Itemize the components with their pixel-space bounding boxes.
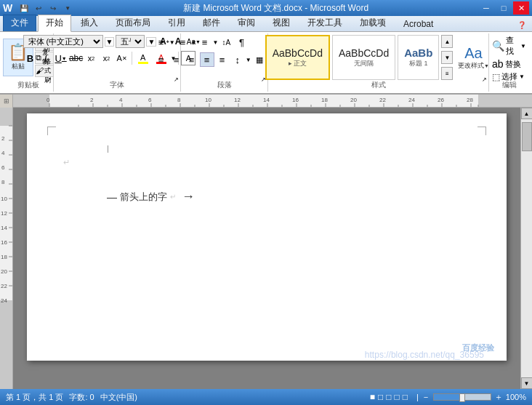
style-normal-button[interactable]: AaBbCcDd ▸ 正文 [265,35,330,80]
tab-file[interactable]: 文件 [3,15,36,31]
shading-icon: ▦ [256,55,263,65]
line-spacing-dropdown[interactable]: ▼ [246,57,251,63]
tab-mail[interactable]: 邮件 [195,15,228,31]
view-normal-icon[interactable]: ■ [370,392,375,402]
replace-icon: ab [492,58,504,70]
bullets-button[interactable]: ≡ [154,35,169,49]
word-count: 字数: 0 [69,392,94,403]
styles-more-button[interactable]: ≡ [441,67,453,80]
scroll-thumb[interactable] [522,122,532,151]
svg-text:2: 2 [90,97,94,103]
help-icon[interactable]: ❓ [517,21,526,29]
style-no-space-button[interactable]: AaBbCcDd 无间隔 [332,35,395,80]
bullets-icon: ≡ [158,37,164,48]
numbering-dropdown[interactable]: ▼ [191,39,197,46]
align-center-button[interactable]: ≡ [169,52,184,67]
svg-text:26: 26 [438,97,444,103]
font-name-select[interactable]: 宋体 (中文正文) [23,35,103,48]
select-dropdown[interactable]: ▼ [519,73,525,80]
cursor-mark: | [107,144,109,153]
redo-icon[interactable]: ↪ [47,2,59,14]
svg-text:10: 10 [205,97,211,103]
zoom-in-button[interactable]: ＋ [494,391,503,404]
strikethrough-button[interactable]: abc [69,51,84,65]
document-canvas[interactable]: | ↵ — 箭头上的字 ↵ → https://blog.csdn.net/qq… [13,108,520,389]
style-heading1-button[interactable]: AaBb 标题 1 [398,35,439,80]
maximize-button[interactable]: □ [496,1,512,15]
zoom-level[interactable]: 100% [506,393,526,401]
outline-button[interactable]: ≡ [197,35,211,49]
svg-text:16: 16 [1,239,7,246]
scroll-up-button[interactable]: ▲ [521,108,533,119]
styles-expand-icon[interactable]: ↗ [482,76,487,83]
ruler-scale-svg: 0 2 4 6 8 10 12 14 16 [13,95,532,108]
numbering-button[interactable]: ≡ [176,35,190,49]
styles-scroll-down-button[interactable]: ▼ [441,51,453,64]
ribbon-tab-bar: 文件 开始 插入 页面布局 引用 邮件 审阅 视图 开发工具 加载项 Acrob… [0,16,532,32]
style-normal-label: ▸ 正文 [289,59,307,68]
italic-button[interactable]: I [39,51,53,65]
ribbon-help-area: ❓ [517,21,529,31]
close-button[interactable]: ✕ [513,1,529,15]
find-button[interactable]: 🔍 查找 ▼ [492,35,526,57]
outline-dropdown[interactable]: ▼ [212,39,218,46]
tab-review[interactable]: 审阅 [230,15,263,31]
replace-button[interactable]: ab 替换 [492,58,521,70]
document-page[interactable]: | ↵ — 箭头上的字 ↵ → [27,113,507,361]
minimize-button[interactable]: ─ [478,1,494,15]
justify-button[interactable]: ≡ [200,52,214,67]
vertical-scrollbar: ▲ ▼ [520,108,532,389]
paragraph-label: 段落 [181,80,267,90]
undo-icon[interactable]: ↩ [33,2,44,14]
tab-refs[interactable]: 引用 [160,15,193,31]
highlight-color-bar [138,62,148,64]
tab-layout[interactable]: 页面布局 [108,15,158,31]
view-outline-icon[interactable]: □ [395,392,400,402]
svg-text:12: 12 [1,210,7,217]
word-logo-icon: W [3,2,12,14]
align-left-button[interactable]: ≡ [154,52,169,67]
zoom-out-button[interactable]: － [422,391,430,404]
tab-view[interactable]: 视图 [265,15,298,31]
tab-dev[interactable]: 开发工具 [299,15,350,31]
superscript-button[interactable]: x2 [100,51,114,65]
ruler-corner[interactable]: ⊞ [0,95,13,108]
svg-text:20: 20 [350,97,357,103]
underline-button[interactable]: U▼ [54,51,68,65]
style-no-space-label: 无间隔 [354,59,374,68]
find-dropdown[interactable]: ▼ [520,43,526,49]
view-web-icon[interactable]: □ [386,392,391,402]
tab-addins[interactable]: 加载项 [352,15,394,31]
distributed-button[interactable]: ≡ [215,52,230,67]
svg-text:0: 0 [47,97,50,103]
show-marks-button[interactable]: ¶ [234,35,249,49]
view-draft-icon[interactable]: □ [403,392,408,402]
main-area: 2 4 6 8 10 12 14 16 18 20 22 24 [0,108,532,389]
svg-text:2: 2 [1,135,5,142]
scroll-down-button[interactable]: ▼ [521,377,533,389]
bullets-dropdown[interactable]: ▼ [169,39,175,46]
qat-dropdown-icon[interactable]: ▼ [62,2,73,14]
tab-insert[interactable]: 插入 [73,15,106,31]
line-spacing-button[interactable]: ↕ [230,52,245,67]
save-icon[interactable]: 💾 [18,2,30,14]
shading-button[interactable]: ▦ [252,52,267,67]
clear-format-button[interactable]: A✕ [115,51,129,65]
text-highlight-button[interactable]: A [134,51,152,65]
style-heading1-label: 标题 1 [409,59,428,68]
zoom-slider-track[interactable] [433,393,491,401]
font-size-select[interactable]: 五号 [116,35,145,48]
subscript-button[interactable]: x2 [84,51,99,65]
styles-scroll-up-button[interactable]: ▲ [441,35,453,48]
tab-home[interactable]: 开始 [38,15,71,32]
bold-button[interactable]: B [23,51,38,65]
sort-button[interactable]: ↕A [219,35,233,49]
view-full-icon[interactable]: □ [378,392,383,402]
empty-para: ↵ [63,157,470,167]
align-right-button[interactable]: ≡ [185,52,199,67]
tab-acrobat[interactable]: Acrobat [395,17,441,31]
zoom-slider-thumb[interactable] [459,393,465,402]
scroll-track[interactable] [521,119,533,377]
font-name-dropdown-icon[interactable]: ▼ [105,37,115,47]
change-styles-button[interactable]: Aa 更改样式▼ [455,35,491,80]
